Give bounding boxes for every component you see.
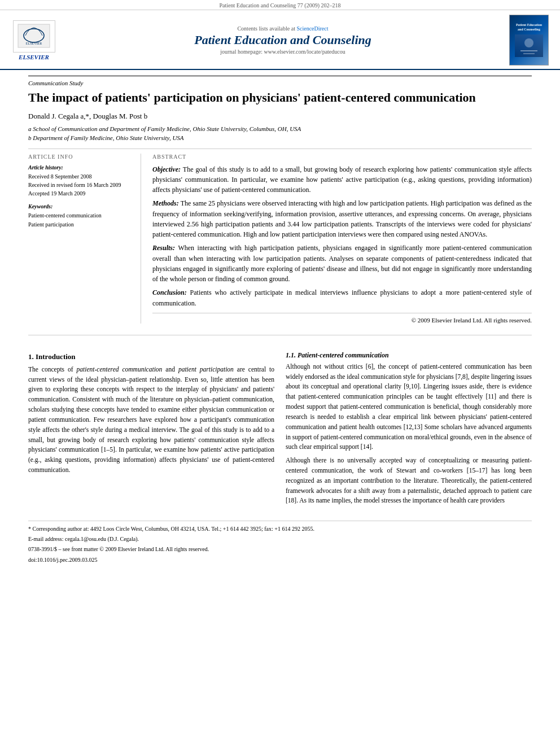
body-right: 1.1. Patient-centered communication Alth… bbox=[286, 347, 532, 509]
accepted-date: Accepted 19 March 2009 bbox=[28, 189, 132, 198]
conclusion-label: Conclusion: bbox=[152, 289, 187, 296]
body-two-col: 1. Introduction The concepts of patient-… bbox=[28, 347, 532, 509]
article-info-header: ARTICLE INFO bbox=[28, 154, 132, 160]
elsevier-logo-box: ELSEVIER bbox=[13, 20, 55, 53]
corresponding-author-note: * Corresponding author at: 4492 Loos Cir… bbox=[28, 525, 532, 533]
article-info: ARTICLE INFO Article history: Received 8… bbox=[28, 154, 141, 324]
body-content: 1. Introduction The concepts of patient-… bbox=[0, 341, 560, 570]
svg-text:ELSEVIER: ELSEVIER bbox=[26, 42, 42, 45]
intro-section-title: 1. Introduction bbox=[28, 352, 274, 361]
abstract-results: Results: When interacting with high part… bbox=[152, 243, 532, 284]
abstract-header: ABSTRACT bbox=[152, 154, 532, 160]
body-left: 1. Introduction The concepts of patient-… bbox=[28, 347, 274, 509]
objective-text: The goal of this study is to add to a sm… bbox=[152, 165, 532, 194]
journal-homepage: journal homepage: www.elsevier.com/locat… bbox=[56, 49, 509, 55]
abstract-conclusion: Conclusion: Patients who actively partic… bbox=[152, 287, 532, 308]
doi-line: doi:10.1016/j.pec.2009.03.025 bbox=[28, 556, 532, 564]
results-label: Results: bbox=[152, 244, 175, 252]
article-info-abstract: ARTICLE INFO Article history: Received 8… bbox=[28, 154, 532, 324]
keywords-group: Keywords: Patient-centered communication… bbox=[28, 203, 132, 229]
received-date: Received 8 September 2008 bbox=[28, 172, 132, 181]
subsection-1-1-title: 1.1. Patient-centered communication bbox=[286, 351, 532, 360]
affiliation-a: a School of Communication and Department… bbox=[28, 124, 532, 134]
revised-date: Received in revised form 16 March 2009 bbox=[28, 181, 132, 189]
svg-point-4 bbox=[524, 38, 533, 47]
main-content: Communication Study The impact of patien… bbox=[0, 70, 560, 329]
footnote-section: * Corresponding author at: 4492 Loos Cir… bbox=[28, 521, 532, 564]
objective-label: Objective: bbox=[152, 165, 181, 173]
subsection-1-1-para2: Although there is no universally accepte… bbox=[286, 456, 532, 506]
sciencedirect-anchor[interactable]: ScienceDirect bbox=[296, 25, 328, 32]
conclusion-text: Patients who actively participate in med… bbox=[152, 289, 532, 307]
copyright: © 2009 Elsevier Ireland Ltd. All rights … bbox=[152, 313, 532, 324]
elsevier-text: ELSEVIER bbox=[19, 54, 49, 60]
history-label: Article history: bbox=[28, 164, 132, 171]
keywords-list: Patient-centered communication Patient p… bbox=[28, 211, 132, 229]
journal-header-center: Contents lists available at ScienceDirec… bbox=[56, 25, 509, 55]
journal-cover: Patient Educationand Counseling bbox=[509, 15, 549, 65]
email-note: E-mail address: cegala.1@osu.edu (D.J. C… bbox=[28, 535, 532, 543]
abstract-methods: Methods: The same 25 physicians were obs… bbox=[152, 198, 532, 239]
journal-title: Patient Education and Counseling bbox=[56, 33, 509, 47]
elsevier-logo: ELSEVIER ELSEVIER bbox=[11, 20, 56, 60]
intro-paragraph-1: The concepts of patient-centered communi… bbox=[28, 365, 274, 475]
authors: Donald J. Cegala a,*, Douglas M. Post b bbox=[28, 112, 532, 121]
methods-text: The same 25 physicians were observed int… bbox=[152, 199, 532, 238]
article-title: The impact of patients' participation on… bbox=[28, 90, 532, 106]
results-text: When interacting with high participation… bbox=[152, 244, 532, 283]
methods-label: Methods: bbox=[152, 199, 179, 207]
abstract-objective: Objective: The goal of this study is to … bbox=[152, 164, 532, 195]
affiliation-b: b Department of Family Medicine, Ohio St… bbox=[28, 133, 532, 143]
svg-rect-6 bbox=[523, 53, 535, 54]
article-type: Communication Study bbox=[28, 76, 532, 86]
article-history: Article history: Received 8 September 20… bbox=[28, 164, 132, 198]
keyword-1: Patient-centered communication bbox=[28, 211, 132, 220]
sciencedirect-link: Contents lists available at ScienceDirec… bbox=[56, 25, 509, 32]
journal-citation: Patient Education and Counseling 77 (200… bbox=[0, 0, 560, 10]
journal-header: ELSEVIER ELSEVIER Contents lists availab… bbox=[0, 10, 560, 70]
keywords-label: Keywords: bbox=[28, 203, 132, 209]
divider bbox=[28, 148, 532, 149]
issn-note: 0738-3991/$ – see front matter © 2009 El… bbox=[28, 545, 532, 553]
keyword-2: Patient participation bbox=[28, 220, 132, 229]
subsection-1-1-para1: Although not without critics [6], the co… bbox=[286, 362, 532, 452]
abstract: ABSTRACT Objective: The goal of this stu… bbox=[152, 154, 532, 324]
svg-rect-5 bbox=[520, 50, 537, 51]
affiliations: a School of Communication and Department… bbox=[28, 124, 532, 143]
